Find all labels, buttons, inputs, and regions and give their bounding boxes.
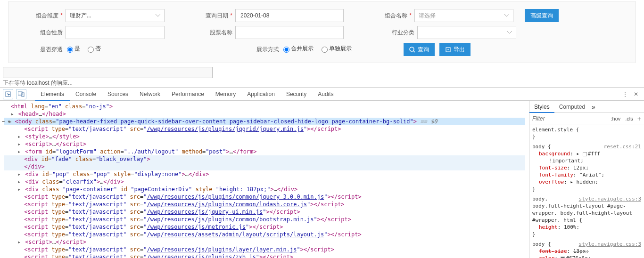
side-tabs-more-icon[interactable]: »: [592, 103, 595, 111]
side-tab-computed[interactable]: Computed: [554, 101, 590, 113]
search-icon: [409, 47, 415, 53]
through-no[interactable]: 否: [86, 45, 101, 53]
elements-tree[interactable]: <html lang="en" class="no-js"> ▸ <head>……: [0, 101, 529, 258]
display-label: 展示方式: [256, 46, 282, 54]
date-field[interactable]: [239, 10, 339, 21]
nature-input[interactable]: [66, 26, 165, 39]
status-bar: 正在等待 localhost 的响应...: [0, 66, 644, 87]
dimension-label: 组合维度*: [14, 12, 66, 20]
styles-sidebar: Styles Computed » :hov .cls + element.st…: [529, 101, 644, 258]
devtools-close-icon[interactable]: ✕: [634, 91, 638, 97]
chevron-down-icon: [507, 31, 512, 34]
display-merge[interactable]: 合并展示: [282, 45, 314, 53]
inspect-icon[interactable]: [3, 89, 13, 99]
styles-filter-input[interactable]: [530, 113, 609, 124]
cls-toggle[interactable]: .cls: [623, 116, 636, 121]
date-input[interactable]: [235, 9, 344, 22]
selected-body-element[interactable]: ▾ <body class="page-header-fixed page-qu…: [4, 118, 525, 125]
advanced-search-button[interactable]: 高级查询: [525, 9, 559, 22]
tab-sources[interactable]: Sources: [102, 88, 134, 101]
name-select[interactable]: 请选择: [414, 9, 513, 22]
date-label: 查询日期*: [183, 12, 235, 20]
stock-label: 股票名称: [183, 29, 235, 37]
tab-performance[interactable]: Performance: [166, 88, 210, 101]
devtools-toolbar: Elements Console Sources Network Perform…: [0, 88, 644, 101]
through-radio-group: 是 否: [66, 45, 106, 54]
svg-line-1: [413, 51, 415, 52]
chevron-down-icon: [504, 14, 509, 17]
devtools-panel: Elements Console Sources Network Perform…: [0, 87, 644, 258]
device-icon[interactable]: [16, 89, 26, 99]
tab-audits[interactable]: Audits: [312, 88, 339, 101]
svg-point-0: [410, 47, 414, 51]
search-button[interactable]: 查询: [404, 43, 435, 56]
side-tab-styles[interactable]: Styles: [529, 101, 554, 113]
devtools-tabs: Elements Console Sources Network Perform…: [35, 88, 339, 101]
name-label: 组合名称*: [363, 12, 414, 20]
tab-security[interactable]: Security: [281, 88, 312, 101]
new-style-icon[interactable]: +: [636, 115, 643, 122]
chevron-down-icon: [156, 14, 160, 17]
industry-label: 行业分类: [363, 29, 417, 37]
through-yes[interactable]: 是: [66, 45, 80, 53]
devtools-menu-icon[interactable]: ⋮: [622, 91, 628, 97]
tab-memory[interactable]: Memory: [210, 88, 241, 101]
tab-elements[interactable]: Elements: [35, 88, 70, 101]
dimension-select[interactable]: 理财产...: [66, 9, 165, 22]
status-input-box: [3, 67, 213, 78]
industry-select[interactable]: [417, 26, 516, 39]
hov-toggle[interactable]: :hov: [609, 116, 623, 121]
display-radio-group: 合并展示 单独展示: [282, 45, 356, 54]
tab-application[interactable]: Application: [241, 88, 281, 101]
tab-network[interactable]: Network: [134, 88, 166, 101]
search-form: 组合维度* 理财产... 查询日期* 组合名称* 请选择 高级查询: [8, 1, 636, 63]
export-button[interactable]: 导出: [439, 43, 471, 56]
through-label: 是否穿透: [14, 46, 66, 54]
export-icon: [445, 47, 451, 53]
display-single[interactable]: 单独展示: [320, 45, 352, 53]
stock-input[interactable]: [235, 26, 344, 39]
tab-console[interactable]: Console: [70, 88, 102, 101]
nature-label: 组合性质: [14, 29, 66, 37]
status-text: 正在等待 localhost 的响应...: [3, 80, 73, 86]
